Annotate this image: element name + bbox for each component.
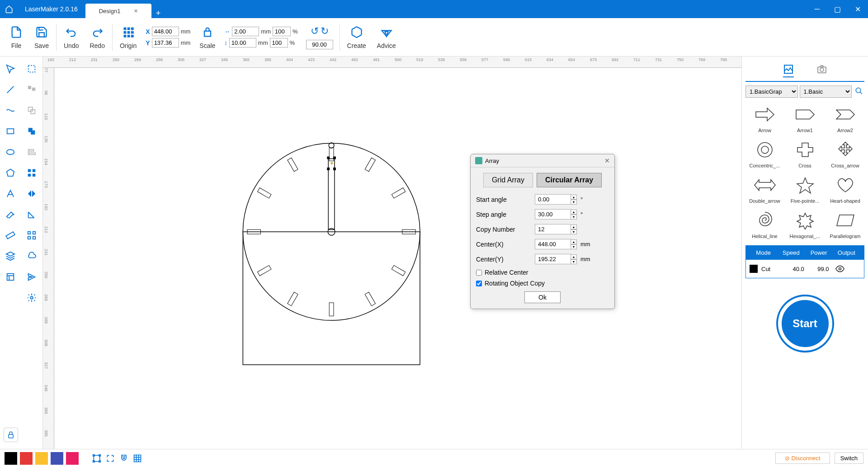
- shape-item[interactable]: Arrow1: [786, 101, 824, 135]
- height-pct-input[interactable]: [270, 38, 288, 48]
- start-angle-input[interactable]: [535, 194, 571, 205]
- spin-down[interactable]: ▼: [571, 229, 577, 234]
- origin-button[interactable]: Origin: [114, 25, 142, 49]
- ruler-tool[interactable]: [2, 227, 19, 244]
- marquee-tool[interactable]: [23, 60, 40, 77]
- close-button[interactable]: ✕: [848, 0, 868, 18]
- polygon-tool[interactable]: [2, 164, 19, 181]
- shape-item[interactable]: Concentric_...: [745, 137, 784, 170]
- angle-input[interactable]: [306, 40, 333, 49]
- color-swatch[interactable]: [5, 452, 17, 465]
- laser-tool[interactable]: [23, 289, 40, 306]
- y-input[interactable]: [152, 38, 179, 48]
- maximize-button[interactable]: ▢: [827, 0, 848, 18]
- fill-tool[interactable]: [23, 81, 40, 98]
- dialog-header[interactable]: Array ✕: [471, 154, 614, 167]
- undo-button[interactable]: Undo: [58, 25, 84, 49]
- shape-item[interactable]: Cross_arrow: [826, 137, 864, 170]
- mirror-tool[interactable]: [23, 185, 40, 202]
- measure-tool[interactable]: [23, 206, 40, 223]
- shape-item[interactable]: Heart-shaped: [826, 172, 864, 205]
- spin-down[interactable]: ▼: [571, 244, 577, 249]
- color-swatch[interactable]: [51, 452, 63, 465]
- color-swatch[interactable]: [35, 452, 48, 465]
- grid-tool-icon[interactable]: [133, 454, 142, 463]
- shapes-tab-icon[interactable]: [783, 64, 794, 77]
- switch-button[interactable]: Switch: [835, 453, 863, 464]
- category1-select[interactable]: 1.BasicGrap: [745, 86, 798, 98]
- scale-button[interactable]: Scale: [194, 25, 221, 49]
- copy-tool[interactable]: [23, 102, 40, 119]
- shape-item[interactable]: Double_arrow: [745, 172, 784, 205]
- layers-tool[interactable]: [2, 248, 19, 265]
- grid-array-tab[interactable]: Grid Array: [483, 173, 533, 187]
- align-tool[interactable]: [23, 143, 40, 161]
- lock-button[interactable]: [4, 428, 18, 442]
- shape-item[interactable]: Five-pointe...: [786, 172, 824, 205]
- array-tool[interactable]: [23, 227, 40, 244]
- tab-close-icon[interactable]: ×: [134, 7, 137, 14]
- rotating-copy-checkbox[interactable]: Rotating Object Copy: [476, 280, 609, 287]
- color-swatch[interactable]: [66, 452, 79, 465]
- minimize-button[interactable]: ─: [807, 0, 827, 18]
- union-tool[interactable]: [23, 123, 40, 140]
- shape-item[interactable]: Helical_line: [745, 207, 784, 241]
- save-button[interactable]: Save: [29, 25, 54, 49]
- magnet-tool-icon[interactable]: [119, 454, 128, 463]
- grid-array-tool[interactable]: [23, 164, 40, 181]
- spin-up[interactable]: ▲: [571, 195, 577, 200]
- circular-array-tab[interactable]: Circular Array: [537, 173, 602, 187]
- rotate-cw-button[interactable]: ↻: [321, 25, 329, 37]
- center-y-input[interactable]: [535, 254, 571, 264]
- home-button[interactable]: [0, 0, 18, 18]
- rotate-ccw-button[interactable]: ↺: [311, 25, 319, 37]
- spin-up[interactable]: ▲: [571, 210, 577, 214]
- spin-up[interactable]: ▲: [571, 254, 577, 259]
- layer-visibility-icon[interactable]: [835, 264, 860, 273]
- search-icon[interactable]: [854, 86, 864, 96]
- select-tool[interactable]: [2, 60, 19, 77]
- center-x-input[interactable]: [535, 239, 571, 249]
- file-button[interactable]: File: [4, 25, 29, 49]
- tab-design1[interactable]: Design1 ×: [85, 4, 151, 18]
- frame-tool-icon[interactable]: [92, 454, 101, 463]
- shape-item[interactable]: Cross: [786, 137, 824, 170]
- advice-button[interactable]: Advice: [372, 25, 401, 49]
- create-button[interactable]: Create: [342, 25, 372, 49]
- ellipse-tool[interactable]: [2, 143, 19, 161]
- canvas[interactable]: ✦: [54, 68, 741, 449]
- dialog-close-icon[interactable]: ✕: [604, 157, 610, 164]
- step-angle-input[interactable]: [535, 209, 571, 219]
- start-button[interactable]: Start: [778, 296, 832, 351]
- color-swatch[interactable]: [20, 452, 33, 465]
- send-tool[interactable]: [23, 268, 40, 286]
- cloud-tool[interactable]: [23, 248, 40, 265]
- ok-button[interactable]: Ok: [524, 291, 561, 303]
- spin-up[interactable]: ▲: [571, 224, 577, 229]
- text-tool[interactable]: [2, 185, 19, 202]
- curve-tool[interactable]: [2, 102, 19, 119]
- layer-row[interactable]: Cut 40.0 99.0: [746, 260, 864, 278]
- category2-select[interactable]: 1.Basic: [800, 86, 852, 98]
- focus-tool-icon[interactable]: [106, 454, 115, 463]
- spin-down[interactable]: ▼: [571, 259, 577, 264]
- relative-center-checkbox[interactable]: Relative Center: [476, 269, 609, 276]
- redo-button[interactable]: Redo: [84, 25, 110, 49]
- copy-number-input[interactable]: [535, 224, 571, 234]
- width-input[interactable]: [232, 27, 259, 36]
- page-tool[interactable]: [2, 268, 19, 286]
- eraser-tool[interactable]: [2, 206, 19, 223]
- camera-tab-icon[interactable]: [816, 64, 827, 77]
- shape-item[interactable]: Hexagonal_...: [786, 207, 824, 241]
- x-input[interactable]: [152, 27, 179, 36]
- spin-up[interactable]: ▲: [571, 239, 577, 244]
- disconnect-status[interactable]: ⊘ Disconnect: [775, 453, 830, 464]
- tab-add-button[interactable]: +: [151, 9, 165, 18]
- shape-item[interactable]: Arrow: [745, 101, 784, 135]
- line-tool[interactable]: [2, 81, 19, 98]
- spin-down[interactable]: ▼: [571, 214, 577, 219]
- shape-item[interactable]: Arrow2: [826, 101, 864, 135]
- height-input[interactable]: [229, 38, 256, 48]
- shape-item[interactable]: Parallelogram: [826, 207, 864, 241]
- spin-down[interactable]: ▼: [571, 200, 577, 205]
